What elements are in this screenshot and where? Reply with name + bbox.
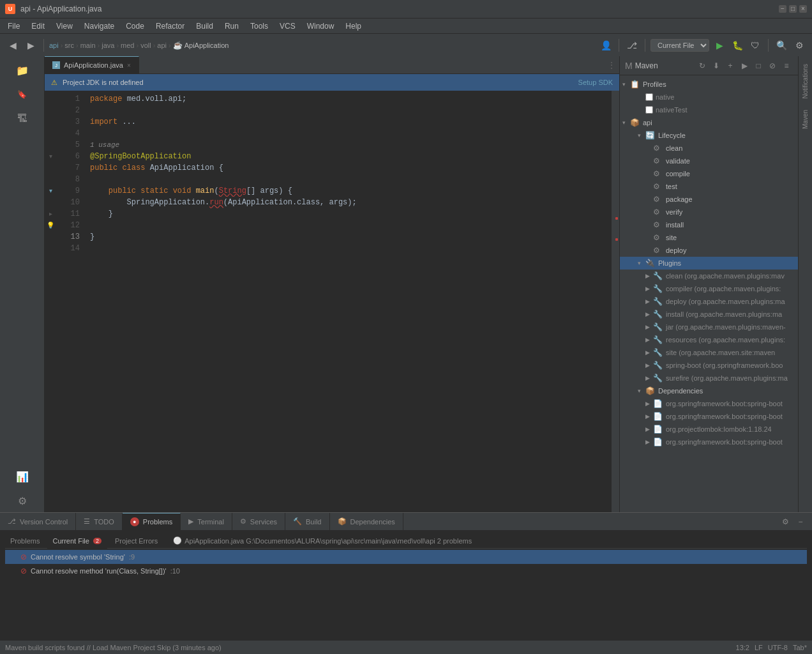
nativetest-checkbox[interactable] (645, 106, 653, 114)
plugin-jar-expand[interactable]: ▶ (645, 324, 653, 330)
tree-dep-2[interactable]: ▶ 📄 org.springframework.boot:spring-boot (620, 410, 798, 423)
vcs-button[interactable]: ⎇ (624, 38, 640, 53)
api-expand-icon[interactable]: ▾ (622, 119, 630, 126)
breadcrumb-src[interactable]: src (64, 42, 74, 49)
indent-setting[interactable]: Tab* (793, 644, 807, 651)
tree-compile[interactable]: ⚙ compile (620, 167, 798, 180)
menu-vcs[interactable]: VCS (274, 20, 301, 32)
maven-run-button[interactable]: ▶ (738, 59, 751, 72)
dep2-expand[interactable]: ▶ (645, 413, 653, 420)
tree-validate[interactable]: ⚙ validate (620, 155, 798, 167)
tree-profile-native[interactable]: native (620, 91, 798, 103)
tree-dep-3[interactable]: ▶ 📄 org.projectlombok:lombok:1.18.24 (620, 423, 798, 436)
bulb-icon[interactable]: 💡 (47, 220, 54, 231)
problem-row-1[interactable]: ⊘ Cannot resolve symbol 'String' :9 (5, 550, 807, 564)
gutter-fold-6[interactable]: ▾ (45, 151, 56, 162)
problem-row-2[interactable]: ⊘ Cannot resolve method 'run(Class, Stri… (5, 564, 807, 578)
breadcrumb-java[interactable]: java (102, 42, 114, 49)
maven-menu-button[interactable]: ≡ (780, 59, 793, 72)
tree-dep-1[interactable]: ▶ 📄 org.springframework.boot:spring-boot (620, 397, 798, 410)
problems-tab[interactable]: ● Problems (123, 513, 181, 530)
tree-plugin-jar[interactable]: ▶ 🔧 jar (org.apache.maven.plugins:maven- (620, 321, 798, 333)
plugin-clean-expand[interactable]: ▶ (645, 273, 653, 279)
minimize-button[interactable]: − (779, 5, 786, 13)
tree-plugin-surefire[interactable]: ▶ 🔧 surefire (org.apache.maven.plugins:m… (620, 372, 798, 384)
tree-plugins[interactable]: ▾ 🔌 Plugins (620, 257, 798, 270)
bottom-close-button[interactable]: − (794, 515, 807, 528)
menu-navigate[interactable]: Navigate (79, 20, 119, 32)
tree-test[interactable]: ⚙ test (620, 180, 798, 193)
tree-install[interactable]: ⚙ install (620, 218, 798, 231)
maximize-button[interactable]: □ (789, 5, 797, 13)
run-button[interactable]: ▶ (712, 38, 727, 53)
tree-plugin-install[interactable]: ▶ 🔧 install (org.apache.maven.plugins:ma (620, 308, 798, 321)
close-button[interactable]: × (799, 5, 807, 13)
code-content[interactable]: package med.voll.api; import ... 1 usage… (85, 91, 612, 512)
project-view-button[interactable]: 📁 (11, 59, 34, 82)
tree-lifecycle[interactable]: ▾ 🔄 Lifecycle (620, 129, 798, 142)
menu-window[interactable]: Window (302, 20, 340, 32)
tree-plugin-spring-boot[interactable]: ▶ 🔧 spring-boot (org.springframework.boo (620, 359, 798, 372)
maven-refresh-button[interactable]: ↻ (696, 59, 709, 72)
plugin-spring-boot-expand[interactable]: ▶ (645, 362, 653, 369)
breadcrumb-api2[interactable]: api (157, 42, 167, 49)
title-controls[interactable]: − □ × (779, 5, 807, 13)
settings-button[interactable]: ⚙ (792, 38, 807, 53)
breadcrumb-api[interactable]: api (49, 42, 59, 49)
search-everywhere-button[interactable]: 🔍 (774, 38, 789, 53)
tree-deploy[interactable]: ⚙ deploy (620, 244, 798, 257)
tree-profile-native-test[interactable]: nativeTest (620, 103, 798, 116)
debug-button[interactable]: 🐛 (730, 38, 745, 53)
menu-help[interactable]: Help (340, 20, 366, 32)
maven-download-button[interactable]: ⬇ (710, 59, 723, 72)
plugin-resources-expand[interactable]: ▶ (645, 337, 653, 343)
todo-tab[interactable]: ☰ TODO (76, 513, 123, 530)
profile-button[interactable]: 👤 (598, 38, 613, 53)
breadcrumb-class[interactable]: ApiApplication (184, 42, 229, 49)
menu-file[interactable]: File (3, 20, 25, 32)
maven-skip-button[interactable]: ⊘ (766, 59, 779, 72)
dependencies-expand-icon[interactable]: ▾ (638, 388, 645, 394)
plugin-site-expand[interactable]: ▶ (645, 349, 653, 356)
tree-plugin-resources[interactable]: ▶ 🔧 resources (org.apache.maven.plugins: (620, 333, 798, 346)
tree-api[interactable]: ▾ 📦 api (620, 116, 798, 129)
tree-package[interactable]: ⚙ package (620, 193, 798, 206)
tree-plugin-deploy[interactable]: ▶ 🔧 deploy (org.apache.maven.plugins:ma (620, 295, 798, 308)
version-control-tab[interactable]: ⎇ Version Control (0, 513, 76, 530)
services-button[interactable]: ⚙ (11, 489, 34, 512)
coverage-button[interactable]: 🛡 (748, 38, 763, 53)
menu-refactor[interactable]: Refactor (151, 20, 190, 32)
menu-build[interactable]: Build (191, 20, 218, 32)
bottom-settings-button[interactable]: ⚙ (779, 515, 792, 528)
menu-view[interactable]: View (51, 20, 78, 32)
dep1-expand[interactable]: ▶ (645, 400, 653, 407)
tree-clean[interactable]: ⚙ clean (620, 142, 798, 155)
tree-verify[interactable]: ⚙ verify (620, 206, 798, 218)
plugin-compiler-expand[interactable]: ▶ (645, 285, 653, 292)
encoding[interactable]: UTF-8 (768, 644, 788, 651)
tree-site[interactable]: ⚙ site (620, 231, 798, 244)
dep4-expand[interactable]: ▶ (645, 439, 653, 445)
tree-dependencies[interactable]: ▾ 📦 Dependencies (620, 384, 798, 397)
tree-plugin-clean[interactable]: ▶ 🔧 clean (org.apache.maven.plugins:mav (620, 270, 798, 282)
build-tab[interactable]: 🔨 Build (285, 513, 329, 530)
tree-plugin-compiler[interactable]: ▶ 🔧 compiler (org.apache.maven.plugins: (620, 282, 798, 295)
maven-side-tab[interactable]: Maven (801, 105, 810, 134)
line-separator[interactable]: LF (755, 644, 763, 651)
forward-button[interactable]: ▶ (23, 38, 38, 53)
native-checkbox[interactable] (645, 93, 653, 101)
plugins-expand-icon[interactable]: ▾ (638, 260, 645, 266)
breadcrumb-main[interactable]: main (80, 42, 96, 49)
run-target-select[interactable]: Current File (650, 39, 709, 52)
menu-run[interactable]: Run (220, 20, 244, 32)
lifecycle-expand-icon[interactable]: ▾ (638, 132, 645, 139)
current-file-subtab[interactable]: Current File 2 (47, 533, 107, 549)
gutter-fold-11[interactable]: ▸ (45, 208, 56, 220)
build-events-button[interactable]: 📊 (11, 465, 34, 488)
plugin-deploy-expand[interactable]: ▶ (645, 298, 653, 305)
back-button[interactable]: ◀ (5, 38, 20, 53)
breadcrumb-med[interactable]: med (121, 42, 134, 49)
notifications-tab[interactable]: Notifications (801, 59, 810, 103)
plugin-surefire-expand[interactable]: ▶ (645, 375, 653, 381)
plugin-install-expand[interactable]: ▶ (645, 311, 653, 317)
